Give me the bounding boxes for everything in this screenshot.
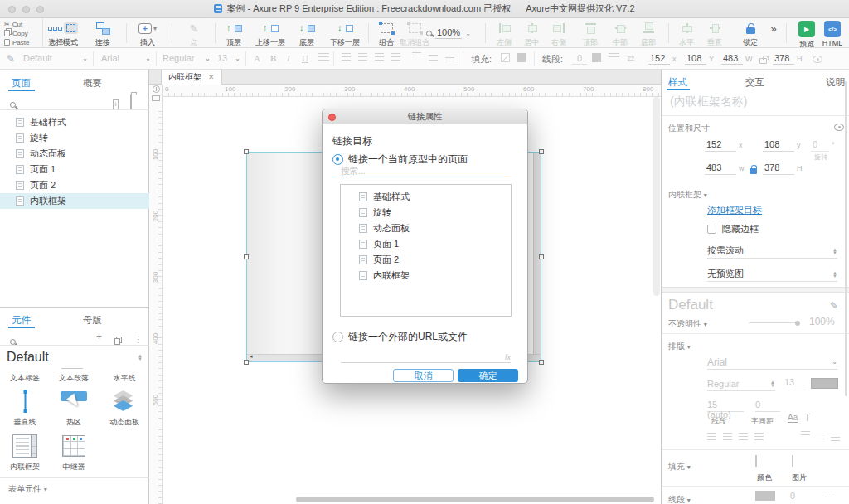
checkbox-icon[interactable]: [707, 225, 716, 234]
canvas-tab-active[interactable]: 内联框架 ✕: [161, 70, 222, 85]
inline-frame-widget-icon[interactable]: [12, 434, 37, 458]
h-field[interactable]: 378H: [773, 53, 803, 65]
minimize-window-icon[interactable]: [22, 6, 30, 13]
marker-icon[interactable]: [152, 95, 160, 101]
page-option[interactable]: 页面 2: [341, 252, 511, 268]
forms-section-header[interactable]: 表单元件 ▾: [8, 483, 47, 495]
ratio-lock-icon[interactable]: [750, 166, 757, 176]
widget-label[interactable]: 垂直线: [14, 417, 36, 428]
lock-button[interactable]: 锁定: [738, 21, 763, 48]
widget-label[interactable]: 中继器: [63, 462, 85, 472]
repeater-widget-icon[interactable]: [62, 435, 85, 457]
page-row[interactable]: 页面 1: [0, 162, 149, 177]
copy-button[interactable]: Copy: [4, 29, 42, 37]
close-tab-icon[interactable]: ✕: [208, 73, 215, 81]
paste-button[interactable]: Paste: [4, 38, 42, 46]
tab-widgets[interactable]: 元件: [12, 314, 31, 327]
marquee-select-icon[interactable]: [48, 27, 62, 31]
page-row[interactable]: 旋转: [0, 130, 149, 146]
widget-name-input[interactable]: [670, 94, 836, 108]
dynamic-panel-widget-icon[interactable]: [111, 391, 136, 414]
library-select[interactable]: Default ▲▼: [7, 350, 143, 365]
tab-masters[interactable]: 母版: [83, 314, 102, 327]
cancel-button[interactable]: 取消: [393, 369, 454, 382]
close-window-icon[interactable]: [8, 6, 16, 13]
cut-button[interactable]: ✂Cut: [4, 20, 42, 28]
widget-label[interactable]: 动态面板: [109, 417, 139, 428]
scrollbars-select[interactable]: 按需滚动 ▲▼: [707, 244, 837, 259]
style-name[interactable]: Default: [668, 297, 713, 313]
canvas-horizontal-scrollbar[interactable]: [296, 497, 654, 502]
edit-style-icon[interactable]: ✎: [830, 300, 838, 312]
kebab-menu-icon[interactable]: ⋮: [134, 331, 143, 346]
tab-notes[interactable]: 说明: [826, 76, 845, 89]
page-option[interactable]: 旋转: [341, 205, 511, 220]
library-icon[interactable]: [114, 333, 120, 348]
y-field[interactable]: 108 y: [763, 139, 801, 152]
iframe-section-header[interactable]: 内联框架 ▾: [668, 189, 707, 201]
ratio-lock-icon[interactable]: [759, 55, 767, 64]
y-field[interactable]: 108Y: [685, 53, 714, 65]
opacity-label[interactable]: 不透明性 ▾: [668, 318, 707, 330]
tab-pages[interactable]: 页面: [12, 77, 31, 90]
selection-handle[interactable]: [539, 360, 544, 365]
ok-button[interactable]: 确定: [458, 369, 518, 382]
page-option[interactable]: 内联框架: [341, 268, 511, 284]
page-row[interactable]: 动态面板: [0, 146, 149, 162]
position-section-header[interactable]: 位置和尺寸: [668, 123, 710, 134]
zoom-value[interactable]: 100%: [435, 27, 462, 39]
more-tools-button[interactable]: »: [766, 21, 781, 36]
selection-handle[interactable]: [244, 360, 249, 365]
tab-outline[interactable]: 概要: [83, 77, 102, 90]
insert-button[interactable]: ▾ 插入: [123, 21, 172, 48]
x-field[interactable]: 152 x: [705, 139, 743, 152]
border-section-header[interactable]: 线段 ▾: [668, 494, 691, 504]
widget-label[interactable]: 文本段落: [59, 373, 89, 384]
border-color-swatch[interactable]: [755, 491, 775, 501]
add-widget-icon[interactable]: +: [96, 331, 102, 342]
zoom-control[interactable]: 100% ⌄: [426, 27, 471, 39]
page-option[interactable]: 基础样式: [341, 189, 511, 205]
add-frame-target-link[interactable]: 添加框架目标: [707, 204, 762, 216]
widget-label[interactable]: 水平线: [114, 373, 136, 384]
selection-handle[interactable]: [244, 254, 249, 259]
search-icon[interactable]: [10, 333, 16, 348]
selection-handle[interactable]: [244, 149, 249, 154]
page-row[interactable]: 页面 2: [0, 177, 149, 193]
widget-label[interactable]: 热区: [66, 417, 81, 428]
add-folder-icon[interactable]: [130, 94, 132, 109]
html-export-button[interactable]: HTML: [818, 21, 847, 47]
w-field[interactable]: 483 w: [705, 162, 745, 175]
w-field[interactable]: 483W: [721, 53, 753, 65]
page-row-selected[interactable]: 内联框架: [0, 193, 149, 209]
maximize-window-icon[interactable]: [36, 6, 44, 13]
panel-scrollbar[interactable]: [845, 81, 847, 396]
typography-section-header[interactable]: 排版 ▾: [668, 341, 691, 352]
h-field[interactable]: 378 H: [763, 162, 803, 175]
canvas-vertical-scrollbar[interactable]: [653, 97, 660, 296]
fill-color-swatch[interactable]: [755, 455, 757, 467]
dialog-search-input[interactable]: [341, 164, 511, 177]
hotspot-widget-icon[interactable]: [61, 391, 87, 413]
page-option[interactable]: 动态面板: [341, 220, 511, 236]
page-option[interactable]: 页面 1: [341, 236, 511, 252]
tab-interactions[interactable]: 交互: [745, 76, 764, 89]
tab-style[interactable]: 样式: [668, 76, 687, 89]
fill-image-swatch[interactable]: [792, 455, 793, 467]
selection-handle[interactable]: [539, 254, 544, 259]
widget-label[interactable]: 内联框架: [10, 462, 40, 472]
vertical-line-widget-icon[interactable]: [23, 390, 27, 413]
fx-icon[interactable]: fx: [505, 353, 511, 361]
intersect-select-icon[interactable]: [64, 22, 78, 34]
radio-link-url[interactable]: 链接一个外部的URL或文件: [332, 330, 468, 344]
fill-section-header[interactable]: 填充 ▾: [668, 461, 691, 472]
preview-button[interactable]: ▶ 预览: [793, 21, 821, 50]
selection-handle[interactable]: [539, 149, 544, 154]
x-field[interactable]: 152x: [648, 53, 677, 65]
opacity-slider[interactable]: [749, 322, 798, 323]
preview-image-select[interactable]: 无预览图 ▲▼: [707, 267, 837, 282]
hide-border-checkbox[interactable]: 隐藏边框: [707, 223, 759, 235]
widget-label[interactable]: 文本标签: [10, 373, 40, 384]
crosshair-icon[interactable]: [153, 85, 160, 93]
traffic-lights[interactable]: [8, 6, 44, 13]
